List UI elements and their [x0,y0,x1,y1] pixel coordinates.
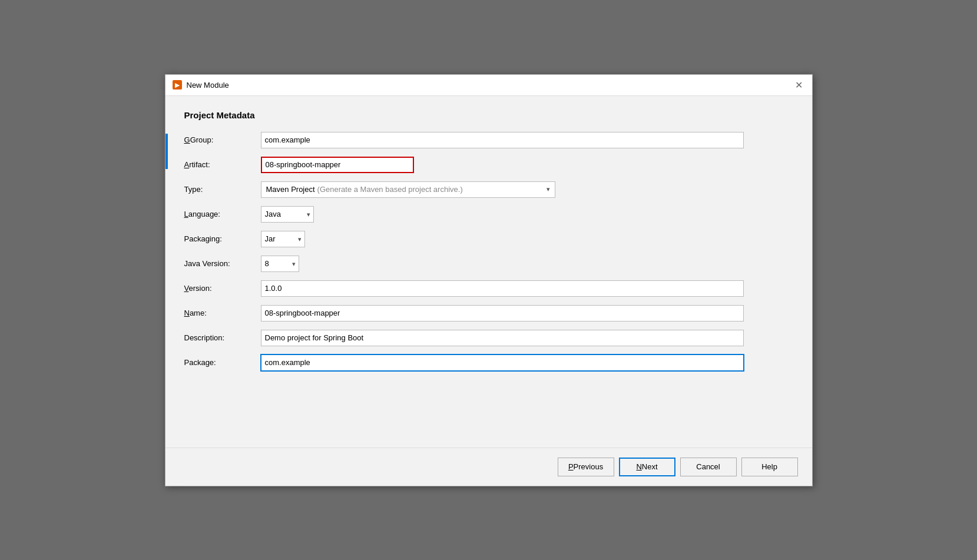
java-version-row: Java Version: 8 11 17 [184,256,793,272]
type-select-value: Maven Project [266,185,315,194]
version-row: Version: [184,280,793,297]
description-label: Description: [184,333,261,342]
language-select-wrapper: Java Kotlin Groovy [261,206,314,223]
package-input[interactable] [261,354,744,371]
description-input[interactable] [261,330,744,346]
help-button[interactable]: Help [741,458,798,476]
description-row: Description: [184,330,793,346]
group-input[interactable] [261,132,744,148]
name-input[interactable] [261,305,744,322]
group-label: GGroup: [184,135,261,144]
packaging-select-wrapper: Jar War [261,231,305,247]
artifact-label: Artifact: [184,160,261,169]
title-bar: ▶ New Module ✕ [165,75,812,96]
packaging-label: Packaging: [184,234,261,243]
close-button[interactable]: ✕ [793,79,805,91]
language-row: Language: Java Kotlin Groovy [184,206,793,223]
language-select[interactable]: Java Kotlin Groovy [261,206,314,223]
type-chevron-icon: ▾ [547,185,550,193]
version-input[interactable] [261,280,744,297]
title-bar-left: ▶ New Module [173,80,229,90]
dialog-footer: PPrevious NNext Cancel Help [165,448,812,486]
name-row: Name: [184,305,793,322]
dialog-title: New Module [187,81,229,90]
version-label: Version: [184,284,261,293]
language-label: Language: [184,210,261,218]
type-select[interactable]: Maven Project (Generate a Maven based pr… [261,181,555,198]
type-label: Type: [184,185,261,194]
java-version-select-wrapper: 8 11 17 [261,256,299,272]
left-accent [165,134,168,169]
artifact-input[interactable] [261,157,414,173]
package-label: Package: [184,358,261,367]
section-title: Project Metadata [184,110,793,120]
group-row: GGroup: [184,132,793,148]
app-icon: ▶ [173,80,182,90]
packaging-row: Packaging: Jar War [184,231,793,247]
previous-button[interactable]: PPrevious [558,458,614,476]
package-row: Package: [184,354,793,371]
dialog-content: Project Metadata GGroup: Artifact: Type:… [165,96,812,448]
java-version-select[interactable]: 8 11 17 [261,256,299,272]
next-button[interactable]: NNext [619,458,675,476]
name-label: Name: [184,309,261,317]
java-version-label: Java Version: [184,259,261,268]
cancel-button[interactable]: Cancel [680,458,737,476]
type-select-hint: (Generate a Maven based project archive.… [317,185,542,194]
artifact-row: Artifact: [184,157,793,173]
packaging-select[interactable]: Jar War [261,231,305,247]
type-row: Type: Maven Project (Generate a Maven ba… [184,181,793,198]
new-module-dialog: ▶ New Module ✕ Project Metadata GGroup: … [165,74,813,486]
